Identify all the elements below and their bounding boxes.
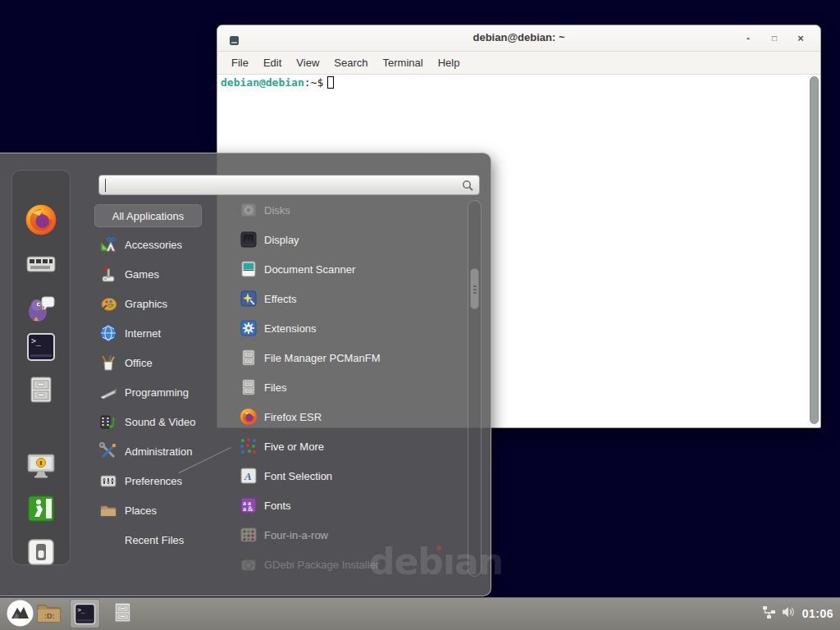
prompt-suffix: :~$ — [304, 76, 323, 89]
effects-icon — [240, 290, 258, 308]
display-icon — [240, 231, 258, 249]
scrollbar-grip — [473, 289, 477, 290]
system-tray: 01:06 — [762, 597, 840, 630]
menu-edit[interactable]: Edit — [256, 53, 289, 72]
menu-help[interactable]: Help — [431, 53, 468, 72]
menu-button[interactable] — [7, 600, 34, 630]
menu-search-input[interactable] — [99, 176, 479, 194]
document-scanner-icon — [240, 260, 258, 278]
app-extensions[interactable]: Extensions — [240, 313, 461, 343]
menu-search-box — [98, 175, 480, 195]
close-button[interactable]: × — [792, 30, 809, 47]
app-label: Four-in-a-row — [264, 529, 328, 541]
app-label: Effects — [264, 293, 297, 305]
file-manager-launcher[interactable]: :D: — [36, 601, 62, 628]
files-icon — [240, 378, 258, 396]
svg-text:>_: >_ — [78, 605, 86, 613]
svg-text:a &: a & — [243, 505, 253, 513]
app-font-selection[interactable]: A Font Selection — [240, 461, 461, 491]
fonts-icon: a aa & — [240, 496, 258, 514]
app-label: Extensions — [264, 322, 317, 335]
menu-terminal[interactable]: Terminal — [376, 53, 431, 72]
applications-menu: >_ All Applications Accessories Games — [0, 153, 491, 596]
svg-text::D:: :D: — [44, 612, 55, 620]
app-label: File Manager PCManFM — [264, 352, 381, 364]
app-disks[interactable]: Disks — [240, 195, 461, 225]
app-label: Firefox ESR — [264, 411, 322, 423]
debian-watermark: debıan — [369, 541, 503, 582]
terminal-cursor — [327, 76, 334, 89]
watermark-text: an — [454, 541, 503, 582]
svg-text:A: A — [244, 470, 252, 482]
prompt-user: debian@debian — [221, 76, 304, 89]
volume-icon[interactable] — [782, 605, 797, 622]
terminal-menubar: File Edit View Search Terminal Help — [217, 52, 820, 75]
five-or-more-icon — [240, 437, 258, 455]
files-launcher[interactable] — [112, 600, 134, 628]
file-manager-icon — [240, 349, 258, 367]
app-label: Display — [264, 234, 299, 246]
gdebi-icon — [240, 555, 258, 573]
app-label: Font Selection — [264, 470, 332, 482]
menu-file[interactable]: File — [224, 53, 256, 72]
firefox-icon — [240, 408, 258, 426]
app-label: Files — [264, 381, 286, 394]
app-display[interactable]: Display — [240, 225, 461, 254]
menu-view[interactable]: View — [289, 53, 326, 72]
terminal-titlebar[interactable]: debian@debian: ~ - □ × — [217, 25, 820, 52]
search-icon — [462, 180, 473, 194]
app-document-scanner[interactable]: Document Scanner — [240, 254, 461, 284]
app-firefox-esr[interactable]: Firefox ESR — [240, 402, 461, 431]
app-file-manager-pcmanfm[interactable]: File Manager PCManFM — [240, 343, 461, 372]
terminal-launcher[interactable]: >_ — [70, 599, 100, 628]
menu-scrollbar-thumb[interactable] — [470, 268, 479, 309]
debian-red-dot — [436, 546, 441, 550]
menu-button-icon — [7, 600, 34, 627]
font-selection-icon: A — [240, 467, 258, 485]
app-label: Document Scanner — [264, 263, 355, 276]
minimize-button[interactable]: - — [740, 30, 756, 47]
app-label: Fonts — [264, 500, 291, 512]
four-in-a-row-icon — [240, 526, 258, 544]
applications-list: Disks Display Document Scanner Effects E… — [0, 195, 491, 577]
scrollbar-grip — [473, 285, 477, 287]
scrollbar-grip — [473, 292, 477, 294]
disks-icon — [240, 201, 258, 219]
app-effects[interactable]: Effects — [240, 284, 461, 313]
app-five-or-more[interactable]: Five or More — [240, 431, 461, 461]
watermark-text: deb — [369, 541, 443, 582]
maximize-button[interactable]: □ — [766, 30, 783, 47]
terminal-icon: >_ — [74, 603, 96, 625]
app-label: GDebi Package Installer — [264, 559, 379, 571]
text-caret — [105, 179, 106, 192]
terminal-title: debian@debian: ~ — [217, 31, 820, 43]
extensions-icon — [240, 319, 258, 337]
shell-prompt: debian@debian:~$ — [221, 76, 334, 89]
file-cabinet-icon — [112, 600, 134, 624]
folder-icon: :D: — [36, 601, 62, 624]
app-label: Disks — [264, 204, 290, 217]
terminal-scrollbar[interactable] — [810, 76, 819, 424]
menu-search[interactable]: Search — [326, 53, 375, 72]
menu-scrollbar-track[interactable] — [468, 200, 482, 577]
watermark-text: ı — [443, 541, 454, 582]
app-label: Five or More — [264, 441, 324, 453]
taskbar-clock[interactable]: 01:06 — [802, 607, 833, 620]
app-fonts[interactable]: a aa & Fonts — [240, 491, 461, 520]
network-icon[interactable] — [762, 605, 776, 623]
app-files[interactable]: Files — [240, 372, 461, 402]
